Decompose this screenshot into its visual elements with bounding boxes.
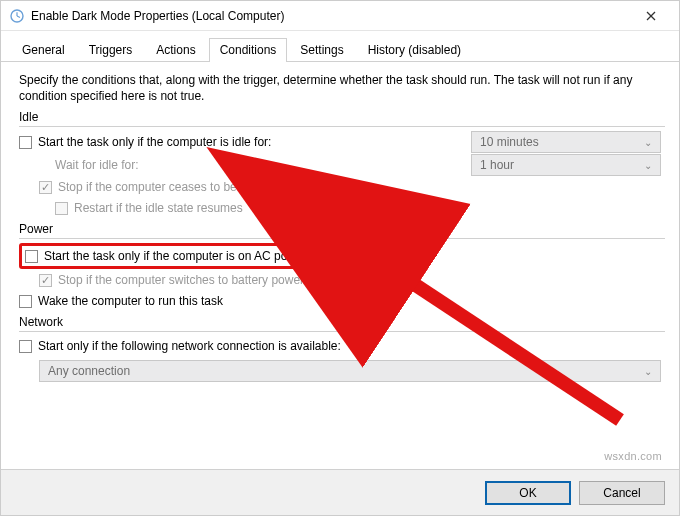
label-wake-to-run: Wake the computer to run this task <box>38 294 223 308</box>
chevron-down-icon: ⌄ <box>644 160 652 171</box>
combo-network-connection[interactable]: Any connection ⌄ <box>39 360 661 382</box>
dialog-footer: OK Cancel <box>1 469 679 515</box>
section-power-label: Power <box>19 222 665 236</box>
combo-idle-duration-value: 10 minutes <box>480 135 539 149</box>
chevron-down-icon: ⌄ <box>644 137 652 148</box>
section-network-label: Network <box>19 315 665 329</box>
tab-triggers[interactable]: Triggers <box>78 38 144 62</box>
label-stop-on-battery: Stop if the computer switches to battery… <box>58 273 304 287</box>
label-start-on-ac: Start the task only if the computer is o… <box>44 249 307 263</box>
combo-idle-duration[interactable]: 10 minutes ⌄ <box>471 131 661 153</box>
label-restart-if-idle: Restart if the idle state resumes <box>74 201 243 215</box>
tab-conditions[interactable]: Conditions <box>209 38 288 62</box>
ok-button[interactable]: OK <box>485 481 571 505</box>
label-start-if-idle: Start the task only if the computer is i… <box>38 135 271 149</box>
tab-general[interactable]: General <box>11 38 76 62</box>
tab-actions[interactable]: Actions <box>145 38 206 62</box>
checkbox-stop-on-battery: ✓ <box>39 274 52 287</box>
label-wait-for-idle: Wait for idle for: <box>55 158 139 172</box>
window-title: Enable Dark Mode Properties (Local Compu… <box>31 9 631 23</box>
combo-network-value: Any connection <box>48 364 130 378</box>
combo-wait-duration[interactable]: 1 hour ⌄ <box>471 154 661 176</box>
label-start-if-net: Start only if the following network conn… <box>38 339 341 353</box>
svg-line-2 <box>17 16 20 18</box>
chevron-down-icon: ⌄ <box>644 366 652 377</box>
label-stop-if-not-idle: Stop if the computer ceases to be idle <box>58 180 259 194</box>
section-idle-label: Idle <box>19 110 665 124</box>
divider <box>19 331 665 332</box>
checkbox-stop-if-not-idle: ✓ <box>39 181 52 194</box>
combo-wait-duration-value: 1 hour <box>480 158 514 172</box>
checkbox-start-if-idle[interactable] <box>19 136 32 149</box>
checkbox-start-if-net[interactable] <box>19 340 32 353</box>
checkbox-wake-to-run[interactable] <box>19 295 32 308</box>
cancel-button[interactable]: Cancel <box>579 481 665 505</box>
properties-dialog: Enable Dark Mode Properties (Local Compu… <box>0 0 680 516</box>
intro-text: Specify the conditions that, along with … <box>19 72 665 104</box>
titlebar: Enable Dark Mode Properties (Local Compu… <box>1 1 679 31</box>
tab-strip: General Triggers Actions Conditions Sett… <box>1 31 679 62</box>
close-icon <box>646 11 656 21</box>
checkbox-restart-if-idle <box>55 202 68 215</box>
checkbox-start-on-ac[interactable] <box>25 250 38 263</box>
divider <box>19 238 665 239</box>
highlighted-option: Start the task only if the computer is o… <box>19 243 313 269</box>
tab-settings[interactable]: Settings <box>289 38 354 62</box>
tab-history[interactable]: History (disabled) <box>357 38 472 62</box>
divider <box>19 126 665 127</box>
content-area: Specify the conditions that, along with … <box>1 62 679 469</box>
close-button[interactable] <box>631 1 671 31</box>
task-scheduler-icon <box>9 8 25 24</box>
